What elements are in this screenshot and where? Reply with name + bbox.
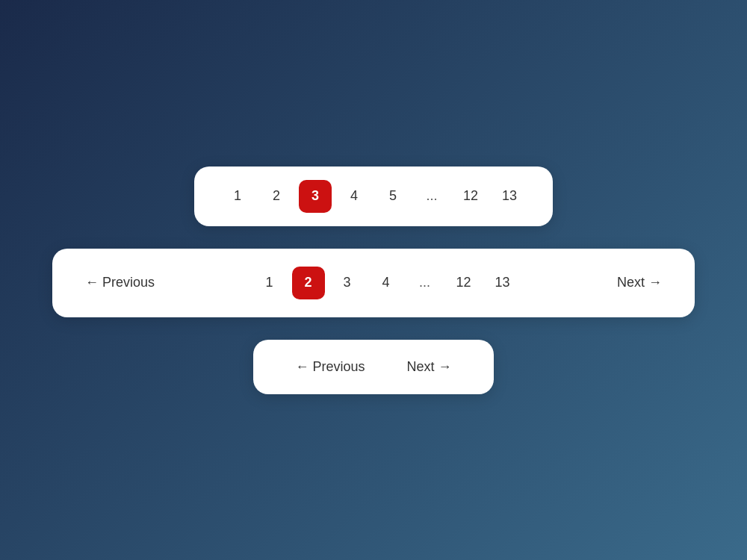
- page-ellipsis-2: ...: [409, 267, 441, 299]
- pagination-2: ← Previous 1 2 3 4 ... 12 13 Next →: [52, 249, 695, 317]
- pagination-1: 1 2 3 4 5 ... 12 13: [194, 167, 553, 226]
- page-13[interactable]: 13: [493, 180, 526, 213]
- page-5[interactable]: 5: [376, 180, 409, 213]
- page-4[interactable]: 4: [338, 180, 371, 213]
- next-button-3[interactable]: Next →: [401, 356, 458, 378]
- page-2[interactable]: 2: [260, 180, 293, 213]
- page-12-b[interactable]: 12: [447, 267, 480, 299]
- page-numbers-group-2: 1 2 3 4 ... 12 13: [253, 267, 519, 299]
- page-13-b[interactable]: 13: [486, 267, 519, 299]
- page-1[interactable]: 1: [221, 180, 254, 213]
- page-3-b[interactable]: 3: [331, 267, 364, 299]
- next-button-2[interactable]: Next →: [611, 272, 668, 293]
- page-ellipsis-1: ...: [415, 180, 448, 213]
- pagination-3: ← Previous Next →: [253, 340, 493, 394]
- page-4-b[interactable]: 4: [370, 267, 403, 299]
- page-12[interactable]: 12: [454, 180, 487, 213]
- page-1-b[interactable]: 1: [253, 267, 286, 299]
- prev-button-3[interactable]: ← Previous: [289, 356, 371, 378]
- prev-button-2[interactable]: ← Previous: [79, 272, 161, 293]
- page-3-active[interactable]: 3: [299, 180, 332, 213]
- page-2-active[interactable]: 2: [292, 267, 325, 299]
